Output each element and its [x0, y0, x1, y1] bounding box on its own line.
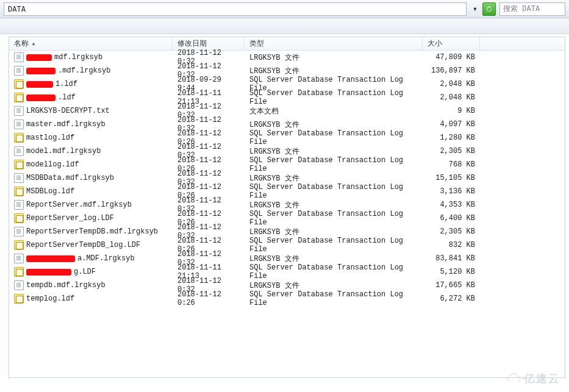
redacted-text: [26, 255, 75, 262]
file-list: mdf.lrgksyb2018-11-12 0:32LRGKSYB 文件47,8…: [9, 51, 565, 305]
file-type: LRGKSYB 文件: [245, 254, 423, 264]
header-type[interactable]: 类型: [245, 37, 423, 50]
file-size: 1,280 KB: [423, 134, 480, 142]
address-bar[interactable]: DATA: [4, 2, 467, 16]
address-toolbar: DATA ▼ 搜索 DATA: [0, 0, 569, 18]
textfile-icon: [14, 280, 24, 290]
file-name: tempdb.mdf.lrgksyb: [26, 281, 106, 290]
logfile-icon: [14, 93, 24, 102]
file-type: SQL Server Database Transaction Log File: [245, 210, 423, 227]
file-name-cell: mastlog.ldf: [9, 133, 173, 143]
textfile-icon: [14, 52, 24, 62]
path-text: DATA: [8, 5, 26, 13]
file-name-cell: .mdf.lrgksyb: [9, 66, 173, 76]
logfile-icon: [14, 79, 24, 89]
file-type: LRGKSYB 文件: [245, 52, 423, 63]
file-name: mdf.lrgksyb: [54, 53, 102, 62]
table-row[interactable]: ReportServerTempDB_log.LDF2018-11-12 0:2…: [9, 238, 565, 252]
file-name-cell: a.MDF.lrgksyb: [9, 254, 173, 263]
file-name-cell: modellog.ldf: [9, 160, 173, 169]
table-row[interactable]: LRGKSYB-DECRYPT.txt2018-11-12 0:32文本文档9 …: [9, 104, 565, 118]
menu-bar: [0, 18, 569, 34]
file-list-pane: 名称 ▲ 修改日期 类型 大小 mdf.lrgksyb2018-11-12 0:…: [9, 37, 565, 378]
file-name: ReportServerTempDB_log.LDF: [26, 241, 140, 249]
table-row[interactable]: mastlog.ldf2018-11-12 0:26SQL Server Dat…: [9, 131, 565, 144]
file-name: mastlog.ldf: [26, 134, 74, 142]
file-name: model.mdf.lrgksyb: [26, 147, 101, 155]
textfile-icon: [14, 173, 24, 183]
logfile-icon: [14, 240, 24, 250]
file-type: SQL Server Database Transaction Log File: [245, 237, 423, 254]
logfile-icon: [14, 294, 24, 304]
table-row[interactable]: templog.ldf2018-11-12 0:26SQL Server Dat…: [9, 292, 565, 305]
table-row[interactable]: ReportServer_log.LDF2018-11-12 0:26SQL S…: [9, 212, 565, 225]
sort-asc-icon: ▲: [31, 41, 36, 46]
textfile-icon: [14, 254, 24, 263]
redacted-text: [26, 81, 53, 88]
file-type: LRGKSYB 文件: [245, 173, 423, 184]
redacted-text: [26, 94, 55, 101]
textfile-icon: [14, 106, 24, 116]
table-row[interactable]: .ldf2018-11-11 21:13SQL Server Database …: [9, 91, 565, 104]
file-size: 47,809 KB: [423, 53, 480, 62]
file-name-cell: ReportServer_log.LDF: [9, 213, 173, 223]
file-name-cell: templog.ldf: [9, 294, 173, 304]
file-size: 6,400 KB: [423, 214, 480, 223]
textfile-icon: [14, 119, 24, 129]
redacted-text: [26, 68, 55, 74]
watermark: 亿速云: [506, 371, 560, 386]
file-name-cell: model.mdf.lrgksyb: [9, 146, 173, 156]
file-name-cell: MSDBLog.ldf: [9, 187, 173, 196]
table-row[interactable]: modellog.ldf2018-11-12 0:26SQL Server Da…: [9, 158, 565, 171]
file-type: LRGKSYB 文件: [245, 119, 423, 130]
cloud-icon: [506, 373, 521, 384]
file-size: 2,305 KB: [423, 147, 480, 155]
nav-controls: ▼: [469, 2, 496, 16]
file-size: 4,353 KB: [423, 201, 480, 209]
header-size[interactable]: 大小: [423, 37, 480, 50]
file-date: 2018-11-12 0:26: [173, 290, 245, 307]
table-row[interactable]: MSDBLog.ldf2018-11-12 0:26SQL Server Dat…: [9, 185, 565, 198]
file-type: SQL Server Database Transaction Log File: [245, 183, 423, 200]
file-name-cell: MSDBData.mdf.lrgksyb: [9, 173, 173, 183]
file-name: templog.ldf: [26, 294, 74, 303]
textfile-icon: [14, 227, 24, 237]
file-name: a.MDF.lrgksyb: [77, 254, 135, 263]
file-size: 768 KB: [423, 160, 480, 169]
file-type: SQL Server Database Transaction Log File: [245, 129, 423, 146]
logfile-icon: [14, 187, 24, 196]
file-size: 2,048 KB: [423, 93, 480, 102]
textfile-icon: [14, 66, 24, 76]
file-name-cell: ReportServerTempDB_log.LDF: [9, 240, 173, 250]
table-row[interactable]: mdf.lrgksyb2018-11-12 0:32LRGKSYB 文件47,8…: [9, 51, 565, 64]
search-input[interactable]: 搜索 DATA: [499, 2, 565, 16]
textfile-icon: [14, 200, 24, 210]
file-name: ReportServer.mdf.lrgksyb: [26, 201, 132, 209]
file-name: 1.ldf: [55, 80, 77, 88]
refresh-button[interactable]: [482, 2, 496, 16]
file-size: 3,136 KB: [423, 187, 480, 196]
file-name-cell: 1.ldf: [9, 79, 173, 89]
file-type: LRGKSYB 文件: [245, 280, 423, 291]
header-name[interactable]: 名称 ▲: [9, 37, 173, 50]
file-size: 83,841 KB: [423, 254, 480, 263]
file-name-cell: tempdb.mdf.lrgksyb: [9, 280, 173, 290]
logfile-icon: [14, 267, 24, 277]
table-row[interactable]: g.LDF2018-11-11 21:13SQL Server Database…: [9, 265, 565, 279]
file-name-cell: mdf.lrgksyb: [9, 52, 173, 62]
file-name-cell: master.mdf.lrgksyb: [9, 119, 173, 129]
file-name: .ldf: [58, 93, 76, 102]
redacted-text: [26, 269, 71, 276]
file-type: SQL Server Database Transaction Log File: [245, 89, 423, 106]
file-name: MSDBLog.ldf: [26, 187, 74, 196]
file-size: 2,305 KB: [423, 227, 480, 236]
file-name: modellog.ldf: [26, 160, 79, 169]
logfile-icon: [14, 160, 24, 169]
header-date[interactable]: 修改日期: [173, 37, 245, 50]
history-dropdown[interactable]: ▼: [469, 2, 481, 16]
file-size: 5,120 KB: [423, 268, 480, 276]
logfile-icon: [14, 133, 24, 143]
logfile-icon: [14, 213, 24, 223]
file-type: SQL Server Database Transaction Log File: [245, 263, 423, 280]
file-name-cell: g.LDF: [9, 267, 173, 277]
